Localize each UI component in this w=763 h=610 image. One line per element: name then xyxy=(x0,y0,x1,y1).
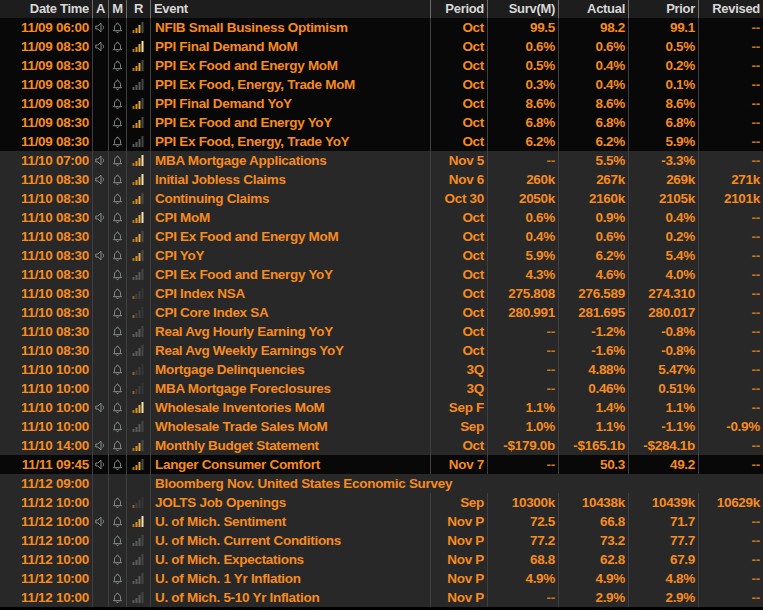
event-row[interactable]: 11/10 08:30CPI Core Index SAOct280.99128… xyxy=(0,303,763,322)
bell-icon-cell[interactable] xyxy=(109,94,127,113)
speaker-icon-cell[interactable] xyxy=(93,398,109,417)
cell-datetime: 11/12 10:00 xyxy=(0,550,93,569)
bell-icon-cell[interactable] xyxy=(109,531,127,550)
cell-prior: 10439k xyxy=(629,493,699,512)
cell-prior: 8.6% xyxy=(629,94,699,113)
event-row[interactable]: 11/12 10:00U. of Mich. 1 Yr InflationNov… xyxy=(0,569,763,588)
bell-icon-cell[interactable] xyxy=(109,550,127,569)
bell-icon-cell[interactable] xyxy=(109,37,127,56)
bell-icon-cell[interactable] xyxy=(109,132,127,151)
event-row[interactable]: 11/12 10:00U. of Mich. SentimentNov P72.… xyxy=(0,512,763,531)
speaker-icon-cell[interactable] xyxy=(93,436,109,455)
speaker-icon-cell[interactable] xyxy=(93,455,109,474)
event-row[interactable]: 11/09 08:30PPI Ex Food, Energy, Trade Yo… xyxy=(0,132,763,151)
event-row[interactable]: 11/12 10:00JOLTS Job OpeningsSep10300k10… xyxy=(0,493,763,512)
speaker-icon-cell[interactable] xyxy=(93,18,109,37)
col-header-revised[interactable]: Revised xyxy=(699,0,763,18)
cell-event: PPI Ex Food, Energy, Trade MoM xyxy=(151,75,431,94)
col-header-period[interactable]: Period xyxy=(431,0,488,18)
event-row[interactable]: 11/12 10:00U. of Mich. ExpectationsNov P… xyxy=(0,550,763,569)
event-row[interactable]: 11/10 14:00Monthly Budget StatementOct-$… xyxy=(0,436,763,455)
bell-icon-cell[interactable] xyxy=(109,360,127,379)
event-row[interactable]: 11/10 08:30CPI Ex Food and Energy MoMOct… xyxy=(0,227,763,246)
bell-icon-cell[interactable] xyxy=(109,227,127,246)
speaker-icon-cell[interactable] xyxy=(93,170,109,189)
bell-icon-cell[interactable] xyxy=(109,56,127,75)
cell-period: Nov P xyxy=(431,531,488,550)
cell-actual: 0.9% xyxy=(559,208,629,227)
col-header-datetime[interactable]: Date Time xyxy=(0,0,93,18)
event-row[interactable]: 11/10 10:00Wholesale Inventories MoMSep … xyxy=(0,398,763,417)
economic-calendar-window: Date TimeAMREventPeriodSurv(M)ActualPrio… xyxy=(0,0,763,610)
col-header-a[interactable]: A xyxy=(93,0,109,18)
col-header-m[interactable]: M xyxy=(109,0,127,18)
event-row[interactable]: 11/10 08:30CPI YoYOct5.9%6.2%5.4%-- xyxy=(0,246,763,265)
event-row[interactable]: 11/10 08:30CPI Ex Food and Energy YoYOct… xyxy=(0,265,763,284)
event-row[interactable]: 11/09 08:30PPI Ex Food, Energy, Trade Mo… xyxy=(0,75,763,94)
bell-icon xyxy=(112,155,123,167)
bell-icon-cell[interactable] xyxy=(109,341,127,360)
speaker-icon-cell[interactable] xyxy=(93,151,109,170)
cell-datetime: 11/10 08:30 xyxy=(0,246,93,265)
bell-icon-cell[interactable] xyxy=(109,417,127,436)
bell-icon-cell[interactable] xyxy=(109,322,127,341)
bell-icon-cell[interactable] xyxy=(109,75,127,94)
cell-period: Oct 30 xyxy=(431,189,488,208)
bell-icon-cell[interactable] xyxy=(109,569,127,588)
event-row[interactable]: 11/12 10:00U. of Mich. Current Condition… xyxy=(0,531,763,550)
event-row[interactable]: 11/10 07:00MBA Mortgage ApplicationsNov … xyxy=(0,151,763,170)
event-row[interactable]: 11/10 10:00Wholesale Trade Sales MoMSep1… xyxy=(0,417,763,436)
event-row[interactable]: 11/10 08:30Initial Jobless ClaimsNov 626… xyxy=(0,170,763,189)
bell-icon-cell[interactable] xyxy=(109,208,127,227)
cell-prior: 99.1 xyxy=(629,18,699,37)
event-row[interactable]: 11/10 08:30CPI MoMOct0.6%0.9%0.4%-- xyxy=(0,208,763,227)
event-row[interactable]: 11/10 10:00MBA Mortgage Foreclosures3Q--… xyxy=(0,379,763,398)
event-row[interactable]: 11/10 08:30CPI Index NSAOct275.808276.58… xyxy=(0,284,763,303)
bell-icon-cell[interactable] xyxy=(109,246,127,265)
speaker-icon-cell[interactable] xyxy=(93,512,109,531)
event-row[interactable]: 11/09 08:30PPI Final Demand MoMOct0.6%0.… xyxy=(0,37,763,56)
col-header-r[interactable]: R xyxy=(127,0,151,18)
event-row[interactable]: 11/12 10:00U. of Mich. 5-10 Yr Inflation… xyxy=(0,588,763,607)
bar-chart-icon xyxy=(132,288,145,299)
bell-icon-cell[interactable] xyxy=(109,588,127,607)
bell-icon-cell[interactable] xyxy=(109,436,127,455)
event-row[interactable]: 11/10 10:00Mortgage Delinquencies3Q--4.8… xyxy=(0,360,763,379)
cell-event: CPI Index NSA xyxy=(151,284,431,303)
bell-icon-cell[interactable] xyxy=(109,189,127,208)
bell-icon-cell[interactable] xyxy=(109,151,127,170)
event-row[interactable]: 11/09 08:30PPI Final Demand YoYOct8.6%8.… xyxy=(0,94,763,113)
speaker-icon-cell[interactable] xyxy=(93,246,109,265)
event-row[interactable]: 11/11 09:45Langer Consumer ComfortNov 7-… xyxy=(0,455,763,474)
event-row[interactable]: 11/10 08:30Continuing ClaimsOct 302050k2… xyxy=(0,189,763,208)
col-header-event[interactable]: Event xyxy=(151,0,431,18)
col-header-actual[interactable]: Actual xyxy=(559,0,629,18)
bell-icon-cell[interactable] xyxy=(109,284,127,303)
bell-icon-cell[interactable] xyxy=(109,512,127,531)
event-row[interactable]: 11/09 08:30PPI Ex Food and Energy MoMOct… xyxy=(0,56,763,75)
bar-chart-icon xyxy=(132,155,145,166)
bell-icon-cell[interactable] xyxy=(109,303,127,322)
bell-icon-cell[interactable] xyxy=(109,493,127,512)
col-header-prior[interactable]: Prior xyxy=(629,0,699,18)
relevance-cell xyxy=(127,113,151,132)
bell-icon-cell[interactable] xyxy=(109,398,127,417)
event-row[interactable]: 11/09 06:00NFIB Small Business OptimismO… xyxy=(0,18,763,37)
event-row[interactable]: 11/09 08:30PPI Ex Food and Energy YoYOct… xyxy=(0,113,763,132)
col-header-surv[interactable]: Surv(M) xyxy=(488,0,559,18)
bell-icon-cell[interactable] xyxy=(109,265,127,284)
cell-revised: -- xyxy=(699,94,763,113)
speaker-icon-cell[interactable] xyxy=(93,208,109,227)
bell-icon-cell[interactable] xyxy=(109,18,127,37)
bell-icon-cell[interactable] xyxy=(109,379,127,398)
bell-icon xyxy=(112,459,123,471)
event-row[interactable]: 11/10 08:30Real Avg Weekly Earnings YoYO… xyxy=(0,341,763,360)
cell-actual: 1.4% xyxy=(559,398,629,417)
bell-icon-cell[interactable] xyxy=(109,455,127,474)
speaker-icon-cell[interactable] xyxy=(93,37,109,56)
event-row[interactable]: 11/12 09:00Bloomberg Nov. United States … xyxy=(0,474,763,493)
bell-icon-cell[interactable] xyxy=(109,113,127,132)
cell-survey: 99.5 xyxy=(488,18,559,37)
bell-icon-cell[interactable] xyxy=(109,170,127,189)
event-row[interactable]: 11/10 08:30Real Avg Hourly Earning YoYOc… xyxy=(0,322,763,341)
